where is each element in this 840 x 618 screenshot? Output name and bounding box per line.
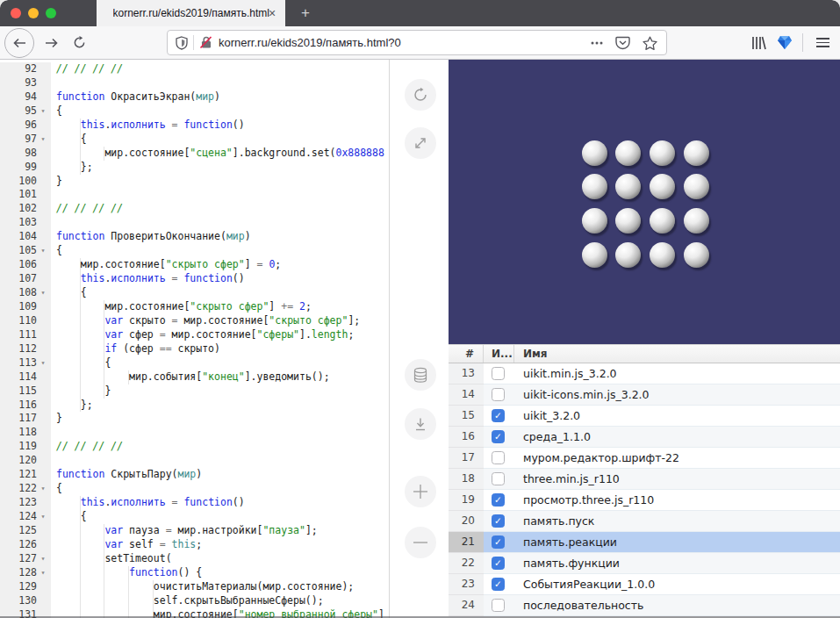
fold-toggle[interactable]: ▾ xyxy=(37,244,49,258)
reload-button[interactable] xyxy=(67,26,91,59)
code-line[interactable]: 98 мир.состояние["сцена"].background.set… xyxy=(0,147,389,161)
menu-button[interactable] xyxy=(811,26,834,59)
code-editor[interactable]: 92// // // //9394function ОкраситьЭкран(… xyxy=(0,60,390,618)
fullscreen-button[interactable] xyxy=(405,127,436,159)
code-line[interactable]: 114 мир.события["конец"].уведомить(); xyxy=(0,370,389,384)
row-number: 16 xyxy=(449,427,484,448)
table-row[interactable]: 22✓память.функции xyxy=(449,553,840,574)
fold-toggle[interactable]: ▾ xyxy=(37,286,49,300)
download-button[interactable] xyxy=(405,408,436,440)
module-checkbox[interactable]: ✓ xyxy=(492,430,505,443)
code-line[interactable]: 118 xyxy=(0,426,389,440)
back-button[interactable] xyxy=(4,28,34,58)
table-row[interactable]: 17муром.редактор.шрифт-22 xyxy=(449,448,840,469)
minimize-window-button[interactable] xyxy=(28,8,39,18)
code-line[interactable]: 107 this.исполнить = function() xyxy=(0,272,389,286)
insecure-lock-icon[interactable] xyxy=(199,36,213,49)
module-checkbox[interactable]: ✓ xyxy=(492,557,505,570)
module-checkbox[interactable] xyxy=(492,388,505,401)
code-line[interactable]: 92// // // // xyxy=(0,62,389,76)
table-row[interactable]: 24последовательность xyxy=(449,595,840,616)
url-bar[interactable]: kornerr.ru/ekids2019/память.html?0 xyxy=(167,30,667,55)
maximize-window-button[interactable] xyxy=(46,8,56,18)
module-checkbox[interactable]: ✓ xyxy=(492,409,505,422)
new-tab-icon[interactable]: + xyxy=(296,4,315,23)
module-checkbox[interactable]: ✓ xyxy=(492,535,505,549)
code-line[interactable]: 102// // // // xyxy=(0,202,389,216)
page-actions-dots-icon[interactable] xyxy=(591,41,603,45)
table-row[interactable]: 14uikit-icons.min.js_3.2.0 xyxy=(449,384,840,406)
code-line[interactable]: 129 очиститьМатериалы(мир.состояние); xyxy=(0,580,389,594)
database-button[interactable] xyxy=(405,359,436,391)
module-checkbox[interactable]: ✓ xyxy=(492,514,505,528)
code-line[interactable]: 124▾ { xyxy=(0,510,389,524)
browser-tab[interactable]: kornerr.ru/ekids2019/память.html?0 × xyxy=(97,0,285,26)
fold-toggle xyxy=(37,90,49,104)
module-checkbox[interactable]: ✓ xyxy=(492,578,505,591)
code-line[interactable]: 93 xyxy=(0,76,389,90)
module-checkbox[interactable]: ✓ xyxy=(492,493,505,507)
close-icon[interactable]: × xyxy=(265,6,279,20)
code-line[interactable]: 109 мир.состояние["скрыто сфер"] += 2; xyxy=(0,300,389,314)
fold-toggle[interactable]: ▾ xyxy=(37,552,49,566)
fold-toggle[interactable]: ▾ xyxy=(37,510,49,524)
code-line[interactable]: 108▾ { xyxy=(0,286,389,300)
code-line[interactable]: 103 xyxy=(0,216,389,230)
code-line[interactable]: 122▾{ xyxy=(0,482,389,496)
code-line[interactable]: 123 this.исполнить = function() xyxy=(0,496,389,510)
code-line[interactable]: 96 this.исполнить = function() xyxy=(0,119,389,133)
bookmark-star-icon[interactable] xyxy=(643,36,657,50)
code-line[interactable]: 111 var сфер = мир.состояние["сферы"].le… xyxy=(0,328,389,342)
code-line[interactable]: 127▾ setTimeout( xyxy=(0,552,389,566)
code-line[interactable]: 126 var self = this; xyxy=(0,538,389,552)
code-line[interactable]: 121function СкрытьПару(мир) xyxy=(0,468,389,482)
fold-toggle[interactable]: ▾ xyxy=(37,133,49,147)
threejs-viewport[interactable] xyxy=(449,60,840,344)
tracking-shield-icon[interactable] xyxy=(176,36,188,50)
fold-toggle[interactable]: ▾ xyxy=(37,104,49,119)
code-line[interactable]: 115 } xyxy=(0,384,389,399)
code-line[interactable]: 104function ПроверитьОкончание(мир) xyxy=(0,230,389,244)
table-row[interactable]: 23✓СобытияРеакции_1.0.0 xyxy=(449,574,840,595)
table-row[interactable]: 18three.min.js_r110 xyxy=(449,469,840,490)
code-line[interactable]: 110 var скрыто = мир.состояние["скрыто с… xyxy=(0,314,389,328)
code-line[interactable]: 128▾ function() { xyxy=(0,566,389,580)
code-line[interactable]: 116 }; xyxy=(0,399,389,413)
fold-toggle[interactable]: ▾ xyxy=(37,356,49,370)
zoom-out-button[interactable] xyxy=(405,527,436,558)
code-line[interactable]: 117} xyxy=(0,412,389,426)
table-row[interactable]: 19✓просмотр.three.js_r110 xyxy=(449,490,840,511)
code-line[interactable]: 113▾ { xyxy=(0,356,389,370)
module-checkbox[interactable] xyxy=(492,472,505,485)
fold-toggle[interactable]: ▾ xyxy=(37,566,49,580)
code-line[interactable]: 106 мир.состояние["скрыто сфер"] = 0; xyxy=(0,258,389,272)
code-line[interactable]: 112 if (сфер == скрыто) xyxy=(0,342,389,356)
fold-toggle[interactable]: ▾ xyxy=(37,482,49,496)
code-line[interactable]: 95▾{ xyxy=(0,104,389,119)
code-line[interactable]: 94function ОкраситьЭкран(мир) xyxy=(0,90,389,104)
extension-gem-button[interactable] xyxy=(774,26,795,59)
close-window-button[interactable] xyxy=(11,8,21,18)
pocket-icon[interactable] xyxy=(615,36,630,50)
code-line[interactable]: 101 xyxy=(0,188,389,202)
code-line[interactable]: 119// // // // xyxy=(0,440,389,454)
code-line[interactable]: 120 xyxy=(0,454,389,468)
code-line[interactable]: 130 self.скрытьВыбранныеСферы(); xyxy=(0,594,389,608)
zoom-in-button[interactable] xyxy=(405,476,436,507)
library-button[interactable] xyxy=(748,26,769,59)
code-line[interactable]: 100} xyxy=(0,175,389,189)
module-checkbox[interactable] xyxy=(492,367,505,380)
table-row[interactable]: 13uikit.min.js_3.2.0 xyxy=(449,363,840,384)
table-row[interactable]: 15✓uikit_3.2.0 xyxy=(449,406,840,427)
table-row[interactable]: 20✓память.пуск xyxy=(449,511,840,532)
module-checkbox[interactable] xyxy=(492,599,505,612)
table-row[interactable]: 21✓память.реакции xyxy=(449,532,840,553)
code-line[interactable]: 105▾{ xyxy=(0,244,389,258)
module-checkbox[interactable] xyxy=(492,451,505,464)
code-line[interactable]: 125 var пауза = мир.настройки["пауза"]; xyxy=(0,524,389,538)
table-row[interactable]: 16✓среда_1.1.0 xyxy=(449,427,840,448)
code-line[interactable]: 99 }; xyxy=(0,161,389,175)
code-line[interactable]: 97▾ { xyxy=(0,133,389,147)
forward-button[interactable] xyxy=(39,26,63,59)
refresh-button[interactable] xyxy=(405,79,436,111)
